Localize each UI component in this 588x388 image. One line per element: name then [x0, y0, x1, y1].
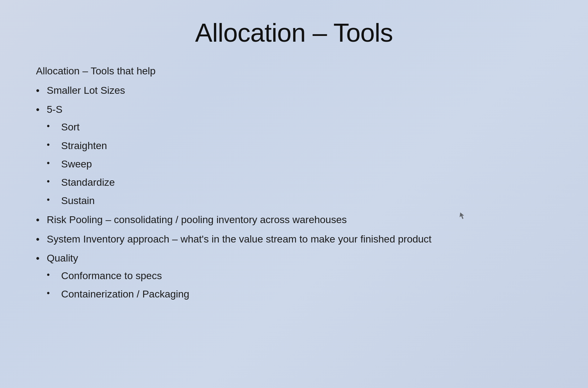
list-item-5s: 5-S Sort Straighten Sweep Standardize [36, 102, 559, 208]
list-item-risk-pooling: Risk Pooling – consolidating / pooling i… [36, 213, 559, 227]
slide-container: Allocation – Tools Allocation – Tools th… [0, 0, 588, 388]
cursor-icon [459, 212, 466, 219]
5s-sub-list: Sort Straighten Sweep Standardize Sustai… [47, 120, 559, 208]
quality-sub-list: Conformance to specs Containerization / … [47, 269, 559, 301]
main-bullet-list: Smaller Lot Sizes 5-S Sort Straighten Sw… [36, 83, 559, 301]
list-item-conformance: Conformance to specs [47, 269, 559, 283]
list-item-standardize: Standardize [47, 175, 559, 189]
list-item-quality: Quality Conformance to specs Containeriz… [36, 251, 559, 301]
list-item-sweep: Sweep [47, 157, 559, 171]
list-item-sort: Sort [47, 120, 559, 134]
list-item-sustain: Sustain [47, 194, 559, 208]
intro-text: Allocation – Tools that help [36, 65, 559, 77]
slide-content: Allocation – Tools that help Smaller Lot… [29, 65, 559, 366]
list-item-containerization: Containerization / Packaging [47, 287, 559, 301]
slide-title: Allocation – Tools [29, 18, 559, 47]
list-item-smaller-lot-sizes: Smaller Lot Sizes [36, 83, 559, 97]
list-item-straighten: Straighten [47, 139, 559, 153]
list-item-system-inventory: System Inventory approach – what's in th… [36, 232, 559, 246]
